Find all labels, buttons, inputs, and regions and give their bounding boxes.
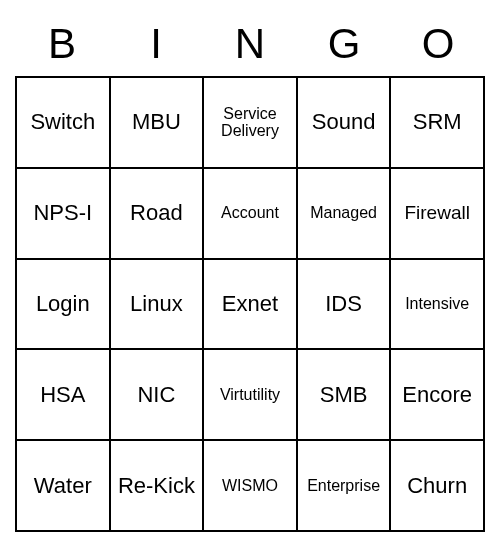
bingo-cell[interactable]: Switch — [16, 77, 110, 168]
header-n: N — [203, 12, 297, 76]
bingo-cell[interactable]: SRM — [390, 77, 484, 168]
bingo-cell[interactable]: Road — [110, 168, 204, 259]
header-g: G — [297, 12, 391, 76]
bingo-cell[interactable]: Virtutility — [203, 349, 297, 440]
bingo-cell[interactable]: NIC — [110, 349, 204, 440]
bingo-cell[interactable]: Login — [16, 259, 110, 350]
bingo-cell[interactable]: Service Delivery — [203, 77, 297, 168]
bingo-cell[interactable]: Firewall — [390, 168, 484, 259]
bingo-cell[interactable]: Sound — [297, 77, 391, 168]
bingo-cell[interactable]: Managed — [297, 168, 391, 259]
bingo-cell[interactable]: Exnet — [203, 259, 297, 350]
bingo-cell[interactable]: Account — [203, 168, 297, 259]
bingo-cell[interactable]: Encore — [390, 349, 484, 440]
bingo-cell[interactable]: SMB — [297, 349, 391, 440]
bingo-cell[interactable]: Intensive — [390, 259, 484, 350]
bingo-cell[interactable]: Enterprise — [297, 440, 391, 531]
bingo-cell[interactable]: HSA — [16, 349, 110, 440]
bingo-cell[interactable]: Re-Kick — [110, 440, 204, 531]
bingo-cell[interactable]: MBU — [110, 77, 204, 168]
header-b: B — [15, 12, 109, 76]
bingo-cell[interactable]: IDS — [297, 259, 391, 350]
bingo-grid: Switch MBU Service Delivery Sound SRM NP… — [15, 76, 485, 532]
header-i: I — [109, 12, 203, 76]
bingo-cell[interactable]: Linux — [110, 259, 204, 350]
bingo-cell[interactable]: NPS-I — [16, 168, 110, 259]
header-o: O — [391, 12, 485, 76]
bingo-header-row: B I N G O — [15, 12, 485, 76]
bingo-card: B I N G O Switch MBU Service Delivery So… — [15, 12, 485, 532]
bingo-cell[interactable]: Water — [16, 440, 110, 531]
bingo-cell[interactable]: WISMO — [203, 440, 297, 531]
bingo-cell[interactable]: Churn — [390, 440, 484, 531]
